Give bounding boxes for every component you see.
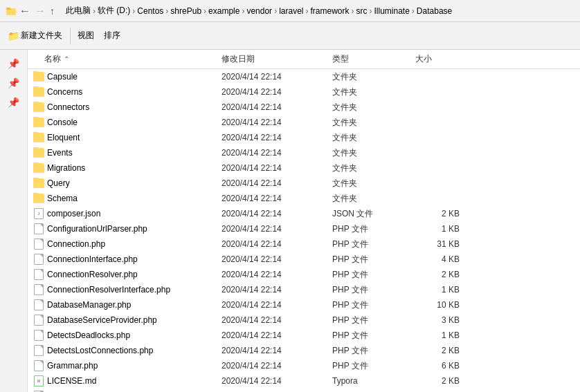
folder-icon bbox=[33, 194, 44, 203]
col-header-size[interactable]: 大小 bbox=[415, 53, 471, 65]
file-icon bbox=[33, 360, 44, 371]
pin-button-2[interactable]: 📌 bbox=[6, 75, 22, 91]
file-date: 2020/4/14 22:14 bbox=[221, 330, 332, 340]
col-header-type[interactable]: 类型 bbox=[332, 53, 415, 65]
table-row[interactable]: M LICENSE.md 2020/4/14 22:14 Typora 2 KB bbox=[28, 373, 580, 389]
back-button[interactable]: ← bbox=[19, 5, 30, 17]
col-header-name[interactable]: 名称 ⌃ bbox=[28, 53, 221, 65]
file-name: Schema bbox=[47, 194, 78, 203]
file-icon: M bbox=[33, 375, 44, 386]
file-icon bbox=[33, 132, 44, 143]
file-type: 文件夹 bbox=[332, 71, 415, 83]
table-row[interactable]: Query 2020/4/14 22:14 文件夹 bbox=[28, 176, 580, 191]
col-header-date[interactable]: 修改日期 bbox=[221, 53, 332, 65]
pin-button-3[interactable]: 📌 bbox=[6, 94, 22, 111]
breadcrumb-item-2[interactable]: Centos bbox=[137, 6, 163, 16]
up-button[interactable]: ↑ bbox=[50, 6, 55, 17]
file-date: 2020/4/14 22:14 bbox=[221, 72, 332, 82]
table-row[interactable]: Schema 2020/4/14 22:14 文件夹 bbox=[28, 191, 580, 206]
file-size: 31 KB bbox=[415, 239, 471, 249]
file-date: 2020/4/14 22:14 bbox=[221, 224, 332, 234]
file-date: 2020/4/14 22:14 bbox=[221, 148, 332, 158]
breadcrumb-sep-5: › bbox=[274, 6, 277, 16]
php-file-icon bbox=[34, 360, 44, 371]
sidebar: 📌 📌 📌 tion bbox=[0, 50, 28, 392]
breadcrumb-item-1[interactable]: 软件 (D:) bbox=[98, 5, 130, 17]
file-type: JSON 文件 bbox=[332, 208, 415, 220]
file-size: 1 KB bbox=[415, 285, 471, 295]
table-row[interactable]: DetectsDeadlocks.php 2020/4/14 22:14 PHP… bbox=[28, 328, 580, 343]
file-date: 2020/4/14 22:14 bbox=[221, 118, 332, 127]
file-name: DetectsLostConnections.php bbox=[47, 346, 153, 355]
file-type: PHP 文件 bbox=[332, 239, 415, 250]
file-date: 2020/4/14 22:14 bbox=[221, 361, 332, 371]
table-row[interactable]: Eloquent 2020/4/14 22:14 文件夹 bbox=[28, 130, 580, 145]
table-row[interactable]: Events 2020/4/14 22:14 文件夹 bbox=[28, 145, 580, 160]
file-size: 2 KB bbox=[415, 209, 471, 218]
table-row[interactable]: ConnectionResolver.php 2020/4/14 22:14 P… bbox=[28, 267, 580, 282]
php-file-icon bbox=[34, 315, 44, 326]
table-row[interactable]: Connectors 2020/4/14 22:14 文件夹 bbox=[28, 100, 580, 115]
file-list[interactable]: Capsule 2020/4/14 22:14 文件夹 Concerns 202… bbox=[28, 69, 580, 392]
file-type: PHP 文件 bbox=[332, 345, 415, 357]
file-name: Grammar.php bbox=[47, 361, 98, 371]
table-row[interactable]: ConnectionResolverInterface.php 2020/4/1… bbox=[28, 282, 580, 297]
toolbar-view[interactable]: 视图 bbox=[73, 28, 98, 43]
breadcrumb-item-9[interactable]: Illuminate bbox=[374, 6, 410, 16]
table-row[interactable]: DetectsLostConnections.php 2020/4/14 22:… bbox=[28, 343, 580, 358]
svg-rect-1 bbox=[6, 8, 10, 10]
file-date: 2020/4/14 22:14 bbox=[221, 178, 332, 188]
breadcrumb-item-6[interactable]: laravel bbox=[279, 6, 303, 16]
folder-icon bbox=[33, 102, 44, 112]
breadcrumb-item-10[interactable]: Database bbox=[417, 6, 452, 16]
table-row[interactable]: ConfigurationUrlParser.php 2020/4/14 22:… bbox=[28, 221, 580, 236]
file-icon bbox=[33, 330, 44, 341]
file-icon bbox=[33, 269, 44, 280]
php-file-icon bbox=[34, 345, 44, 356]
php-file-icon bbox=[34, 239, 44, 250]
table-row[interactable]: DatabaseServiceProvider.php 2020/4/14 22… bbox=[28, 312, 580, 328]
file-name: DatabaseManager.php bbox=[47, 300, 131, 310]
table-row[interactable]: Console 2020/4/14 22:14 文件夹 bbox=[28, 115, 580, 130]
table-row[interactable]: Migrations 2020/4/14 22:14 文件夹 bbox=[28, 160, 580, 176]
breadcrumb: 此电脑 › 软件 (D:) › Centos › shrePub › examp… bbox=[66, 5, 452, 17]
folder-icon bbox=[33, 72, 44, 82]
breadcrumb-item-3[interactable]: shrePub bbox=[170, 6, 201, 16]
file-name-cell: ConfigurationUrlParser.php bbox=[28, 223, 221, 234]
table-row[interactable]: MigrationServiceProvider.php 2020/4/14 2… bbox=[28, 389, 580, 392]
json-file-icon: J bbox=[34, 208, 44, 219]
php-file-icon bbox=[34, 254, 44, 265]
file-name-cell: Connectors bbox=[28, 102, 221, 113]
md-file-icon: M bbox=[34, 375, 44, 386]
file-date: 2020/4/14 22:14 bbox=[221, 300, 332, 310]
breadcrumb-item-8[interactable]: src bbox=[356, 6, 368, 16]
breadcrumb-item-4[interactable]: example bbox=[208, 6, 239, 16]
pin-button-1[interactable]: 📌 bbox=[6, 55, 22, 72]
breadcrumb-item-0[interactable]: 此电脑 bbox=[66, 5, 91, 17]
file-date: 2020/4/14 22:14 bbox=[221, 163, 332, 173]
breadcrumb-item-7[interactable]: framework bbox=[310, 6, 349, 16]
table-row[interactable]: Concerns 2020/4/14 22:14 文件夹 bbox=[28, 84, 580, 100]
file-icon bbox=[33, 239, 44, 250]
table-row[interactable]: ConnectionInterface.php 2020/4/14 22:14 … bbox=[28, 252, 580, 267]
sort-arrow-name: ⌃ bbox=[64, 55, 69, 63]
toolbar-sort[interactable]: 排序 bbox=[100, 28, 125, 43]
table-row[interactable]: Grammar.php 2020/4/14 22:14 PHP 文件 6 KB bbox=[28, 358, 580, 373]
toolbar-new-folder[interactable]: 📁 新建文件夹 bbox=[3, 28, 67, 44]
file-type: PHP 文件 bbox=[332, 360, 415, 372]
table-row[interactable]: J composer.json 2020/4/14 22:14 JSON 文件 … bbox=[28, 206, 580, 221]
file-name-cell: Events bbox=[28, 147, 221, 158]
new-folder-label: 新建文件夹 bbox=[21, 30, 62, 41]
file-icon bbox=[33, 86, 44, 97]
title-bar: ← → ↑ 此电脑 › 软件 (D:) › Centos › shrePub ›… bbox=[0, 0, 580, 22]
breadcrumb-sep-7: › bbox=[352, 6, 354, 16]
table-row[interactable]: DatabaseManager.php 2020/4/14 22:14 PHP … bbox=[28, 297, 580, 312]
breadcrumb-sep-1: › bbox=[132, 6, 135, 16]
file-size: 4 KB bbox=[415, 254, 471, 264]
breadcrumb-item-5[interactable]: vendor bbox=[246, 6, 272, 16]
file-name: composer.json bbox=[47, 209, 100, 218]
forward-button[interactable]: → bbox=[35, 5, 46, 17]
table-row[interactable]: Connection.php 2020/4/14 22:14 PHP 文件 31… bbox=[28, 236, 580, 252]
file-date: 2020/4/14 22:14 bbox=[221, 87, 332, 97]
table-row[interactable]: Capsule 2020/4/14 22:14 文件夹 bbox=[28, 69, 580, 84]
